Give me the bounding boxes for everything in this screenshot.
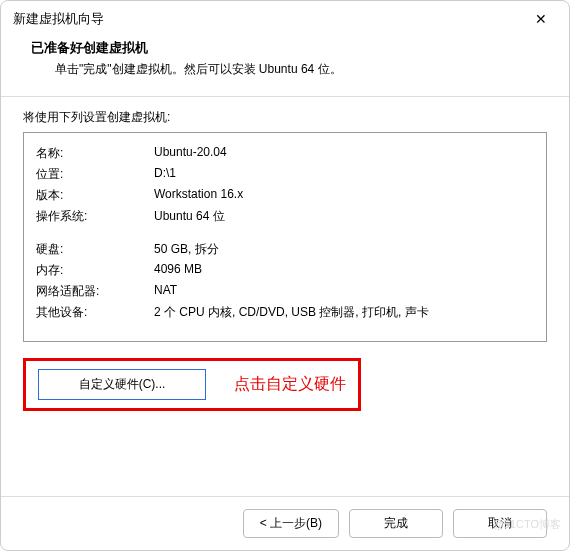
row-label: 硬盘: — [36, 239, 154, 260]
table-row: 内存: 4096 MB — [36, 260, 534, 281]
header-title: 已准备好创建虚拟机 — [31, 39, 539, 57]
row-value: NAT — [154, 281, 534, 302]
table-row: 版本: Workstation 16.x — [36, 185, 534, 206]
settings-box: 名称: Ubuntu-20.04 位置: D:\1 版本: Workstatio… — [23, 132, 547, 342]
footer: < 上一步(B) 完成 取消 — [1, 496, 569, 550]
table-row: 位置: D:\1 — [36, 164, 534, 185]
customize-hardware-button[interactable]: 自定义硬件(C)... — [38, 369, 206, 400]
header-desc: 单击"完成"创建虚拟机。然后可以安装 Ubuntu 64 位。 — [31, 61, 539, 78]
table-gap — [36, 227, 534, 239]
row-label: 其他设备: — [36, 302, 154, 323]
back-button[interactable]: < 上一步(B) — [243, 509, 339, 538]
table-row: 硬盘: 50 GB, 拆分 — [36, 239, 534, 260]
titlebar-text: 新建虚拟机向导 — [13, 10, 525, 28]
close-button[interactable]: ✕ — [525, 5, 557, 33]
row-label: 操作系统: — [36, 206, 154, 227]
wizard-dialog: 新建虚拟机向导 ✕ 已准备好创建虚拟机 单击"完成"创建虚拟机。然后可以安装 U… — [0, 0, 570, 551]
row-value: D:\1 — [154, 164, 534, 185]
header: 已准备好创建虚拟机 单击"完成"创建虚拟机。然后可以安装 Ubuntu 64 位… — [1, 37, 569, 96]
content: 将使用下列设置创建虚拟机: 名称: Ubuntu-20.04 位置: D:\1 … — [1, 97, 569, 496]
table-row: 操作系统: Ubuntu 64 位 — [36, 206, 534, 227]
row-value: 2 个 CPU 内核, CD/DVD, USB 控制器, 打印机, 声卡 — [154, 302, 534, 323]
row-value: Ubuntu-20.04 — [154, 143, 534, 164]
row-value: Ubuntu 64 位 — [154, 206, 534, 227]
row-label: 名称: — [36, 143, 154, 164]
titlebar: 新建虚拟机向导 ✕ — [1, 1, 569, 37]
cancel-button[interactable]: 取消 — [453, 509, 547, 538]
close-icon: ✕ — [535, 11, 547, 27]
settings-table: 名称: Ubuntu-20.04 位置: D:\1 版本: Workstatio… — [36, 143, 534, 323]
table-row: 其他设备: 2 个 CPU 内核, CD/DVD, USB 控制器, 打印机, … — [36, 302, 534, 323]
row-value: 50 GB, 拆分 — [154, 239, 534, 260]
row-label: 版本: — [36, 185, 154, 206]
annotation-text: 点击自定义硬件 — [234, 374, 346, 395]
row-label: 位置: — [36, 164, 154, 185]
row-value: Workstation 16.x — [154, 185, 534, 206]
content-label: 将使用下列设置创建虚拟机: — [23, 109, 547, 126]
row-label: 网络适配器: — [36, 281, 154, 302]
finish-button[interactable]: 完成 — [349, 509, 443, 538]
table-row: 名称: Ubuntu-20.04 — [36, 143, 534, 164]
row-value: 4096 MB — [154, 260, 534, 281]
table-row: 网络适配器: NAT — [36, 281, 534, 302]
custom-highlight-box: 自定义硬件(C)... 点击自定义硬件 — [23, 358, 361, 411]
row-label: 内存: — [36, 260, 154, 281]
